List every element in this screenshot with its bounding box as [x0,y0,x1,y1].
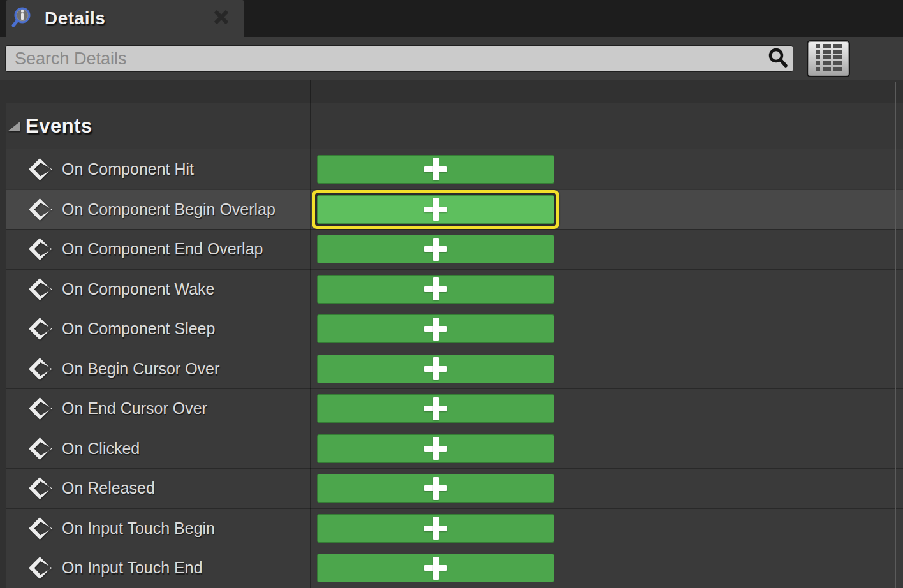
event-label: On Component End Overlap [62,240,263,258]
add-event-button[interactable] [317,554,554,582]
details-panel-icon [11,6,36,31]
event-name-cell: On Input Touch Begin [6,517,311,540]
event-label: On End Cursor Over [62,399,207,418]
event-delegate-icon [28,556,52,580]
tab-details[interactable]: Details [6,0,244,37]
panel-right-edge [895,82,896,588]
event-label: On Input Touch Begin [62,519,215,538]
focus-ring [317,275,554,304]
details-content: Events On Component Hit [0,80,903,588]
focus-ring [317,355,554,383]
event-name-cell: On Clicked [6,437,311,460]
add-event-button[interactable] [317,275,554,304]
event-delegate-icon [28,517,52,540]
add-event-button[interactable] [317,314,554,343]
event-row[interactable]: On Component Wake [6,269,903,309]
close-icon[interactable] [213,9,230,26]
add-event-button[interactable] [317,434,554,463]
event-value-cell [311,394,903,423]
event-label: On Component Wake [62,280,214,298]
event-row[interactable]: On Begin Cursor Over [6,349,903,389]
event-name-cell: On End Cursor Over [6,397,311,420]
event-delegate-icon [28,158,52,181]
event-name-cell: On Component Sleep [6,317,311,341]
property-matrix-icon [814,42,843,75]
property-matrix-button[interactable] [807,40,850,77]
add-event-button[interactable] [317,235,554,263]
event-label: On Component Hit [62,160,194,179]
event-name-cell: On Component Wake [6,277,311,301]
event-name-cell: On Component End Overlap [6,237,311,261]
add-event-button[interactable] [317,514,554,543]
event-value-cell [311,434,903,463]
add-event-button[interactable] [317,195,554,224]
event-delegate-icon [28,437,52,460]
add-event-button[interactable] [317,355,554,383]
event-label: On Component Begin Overlap [62,200,275,219]
event-value-cell [311,314,903,343]
event-label: On Released [62,479,155,497]
event-row[interactable]: On End Cursor Over [6,388,903,429]
event-name-cell: On Component Hit [6,158,311,181]
event-value-cell [311,190,903,229]
focus-ring [317,155,554,184]
search-input[interactable] [6,46,766,71]
focus-ring [317,514,554,543]
event-delegate-icon [28,198,52,221]
event-value-cell [311,474,903,503]
search-icon [766,46,791,71]
event-row[interactable]: On Component End Overlap [6,229,903,269]
event-value-cell [311,554,903,582]
event-row[interactable]: On Input Touch End [6,548,903,588]
event-delegate-icon [28,357,52,381]
focus-ring [312,190,559,229]
event-label: On Component Sleep [62,320,215,338]
add-event-button[interactable] [317,474,554,503]
event-value-cell [311,355,903,383]
focus-ring [317,434,554,463]
event-delegate-icon [28,397,52,420]
search-box[interactable] [5,45,793,72]
focus-ring [317,314,554,343]
focus-ring [317,235,554,263]
event-row[interactable]: On Component Sleep [6,309,903,349]
focus-ring [317,394,554,423]
event-value-cell [311,514,903,543]
event-row[interactable]: On Clicked [6,429,903,469]
add-event-button[interactable] [317,155,554,184]
category-events[interactable]: Events [6,103,903,149]
event-name-cell: On Input Touch End [6,556,311,580]
event-row[interactable]: On Component Hit [6,149,903,189]
event-delegate-icon [28,277,52,301]
event-name-cell: On Released [6,476,311,500]
event-delegate-icon [28,317,52,341]
event-row[interactable]: On Component Begin Overlap [6,189,903,230]
event-row[interactable]: On Input Touch Begin [6,508,903,548]
expand-triangle-icon[interactable] [8,122,20,131]
event-rows: On Component Hit On Component Begin Over… [6,149,903,588]
event-delegate-icon [28,237,52,261]
event-value-cell [311,155,903,184]
event-name-cell: On Begin Cursor Over [6,357,311,381]
event-label: On Input Touch End [62,559,203,577]
event-value-cell [311,275,903,304]
details-toolbar [0,37,903,80]
event-label: On Begin Cursor Over [62,360,219,378]
tab-strip: Details [0,0,903,37]
focus-ring [317,554,554,582]
event-value-cell [311,235,903,263]
category-title: Events [26,115,92,138]
event-name-cell: On Component Begin Overlap [6,198,311,221]
event-delegate-icon [28,476,52,500]
tab-title: Details [45,8,105,29]
add-event-button[interactable] [317,394,554,423]
event-row[interactable]: On Released [6,468,903,508]
focus-ring [317,474,554,503]
event-label: On Clicked [62,439,140,458]
